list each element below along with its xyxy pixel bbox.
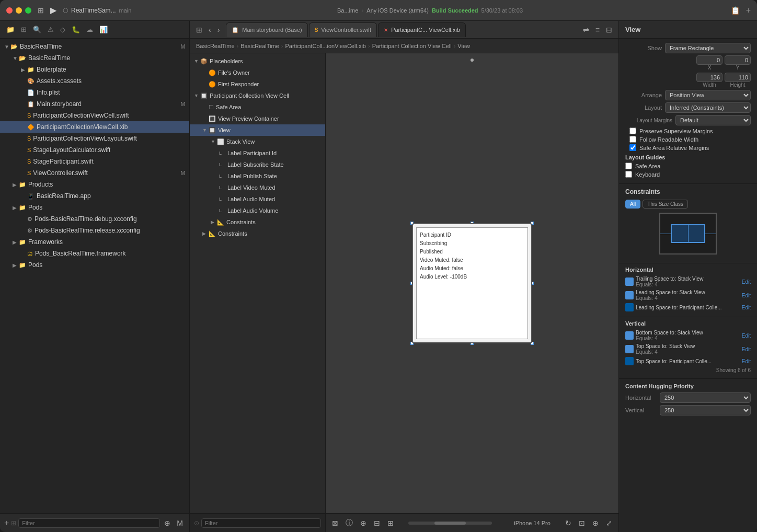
code-review-btn[interactable]: ⇌ (581, 25, 591, 35)
tab-layout-btn[interactable]: ⊞ (194, 25, 204, 35)
sidebar-add-button[interactable]: + (4, 518, 9, 528)
tab-viewcontroller[interactable]: S ViewController.swift (309, 22, 377, 37)
tp-safe-area[interactable]: ☐ Safe Area (190, 101, 325, 113)
breadcrumb-cell[interactable]: Participant Collection View Cell (372, 43, 452, 49)
run-button[interactable]: ▶ (50, 5, 56, 15)
sidebar-item-stagelayoutcalculator[interactable]: S StageLayoutCalculator.swift (0, 144, 189, 156)
tp-label-video-muted[interactable]: L Label Video Muted (190, 182, 325, 193)
h-constraint-2-edit[interactable]: Edit (742, 293, 751, 298)
tab-participantcvc[interactable]: ✕ ParticipantC... ViewCell.xib (378, 22, 466, 37)
tp-files-owner[interactable]: 🟠 File's Owner (190, 67, 325, 78)
canvas-info-btn[interactable]: ⓘ (343, 517, 355, 529)
sidebar-item-basicrealtime-app[interactable]: 📱 BasicRealTime.app (0, 190, 189, 202)
sidebar-source-btn[interactable]: ⊞ (19, 25, 29, 34)
safe-area-relative-margins-checkbox[interactable] (629, 144, 636, 151)
list-view-btn[interactable]: ≡ (593, 25, 602, 35)
sidebar-item-pods-group[interactable]: ▶ 📁 Pods (0, 202, 189, 213)
sidebar-item-mainstoryboard[interactable]: 📋 Main.storyboard M (0, 98, 189, 110)
safe-area-guide-checkbox[interactable] (625, 163, 632, 169)
layout-select[interactable]: Inferred (Constraints) (665, 102, 751, 113)
v-constraint-1-edit[interactable]: Edit (742, 333, 751, 339)
keyboard-guide-checkbox[interactable] (625, 171, 632, 178)
width-input[interactable] (696, 73, 722, 82)
constraints-tab-all[interactable]: All (625, 200, 640, 209)
canvas-layout-btn[interactable]: ⊞ (385, 518, 396, 528)
sidebar-debug-btn[interactable]: 🐛 (70, 25, 82, 34)
editor-options-btn[interactable]: ⊟ (604, 25, 614, 35)
scheme-name[interactable]: RealTimeSam... (71, 7, 116, 14)
tp-label-audio-muted[interactable]: L Label Audio Muted (190, 193, 325, 205)
sidebar-folder-btn[interactable]: 📁 (4, 25, 17, 34)
canvas-rotate-btn[interactable]: ↻ (563, 518, 574, 528)
sidebar-filter-input[interactable] (18, 518, 160, 528)
tree-filter-input[interactable] (201, 518, 321, 528)
device-tab[interactable]: Ba...ime (337, 7, 358, 14)
canvas-content[interactable]: Participant ID Subscribing Published Vid… (326, 53, 618, 513)
tp-placeholders[interactable]: ▼ 📦 Placeholders (190, 55, 325, 67)
tp-stack-view[interactable]: ▼ ⬜ Stack View (190, 136, 325, 147)
tab-forward-btn[interactable]: › (215, 25, 222, 35)
sidebar-breakpoint-btn[interactable]: ☁ (84, 25, 95, 34)
breadcrumb-basicrealtime2[interactable]: BasicRealTime (240, 43, 279, 49)
sidebar-filter-options[interactable]: ⊕ (162, 518, 173, 528)
inspector-toggle[interactable]: 📋 (729, 5, 742, 16)
horizontal-priority-select[interactable]: 250 (660, 392, 751, 403)
sidebar-item-products[interactable]: ▶ 📁 Products (0, 179, 189, 190)
vertical-priority-select[interactable]: 250 (660, 405, 751, 415)
v-constraint-2-edit[interactable]: Edit (742, 346, 751, 352)
sidebar-toggle-button[interactable]: ⊞ (36, 5, 46, 16)
sidebar-item-pods[interactable]: ▶ 📁 Pods (0, 259, 189, 271)
device-selector[interactable]: Any iOS Device (arm64) (366, 7, 429, 14)
sidebar-item-infoplist[interactable]: 📄 Info.plist (0, 87, 189, 98)
layout-margins-select[interactable]: Default (675, 115, 751, 125)
sidebar-item-viewcontroller-swift[interactable]: S ViewController.swift M (0, 167, 189, 179)
sidebar-item-pods-release[interactable]: ⚙ Pods-BasicRealTime.release.xcconfig (0, 225, 189, 236)
preserve-superview-margins-checkbox[interactable] (629, 128, 636, 134)
tp-view[interactable]: ▼ 🔲 View (190, 124, 325, 136)
sidebar-search-btn[interactable]: 🔍 (31, 25, 43, 34)
canvas-zoom-btn[interactable]: ⊕ (590, 518, 601, 528)
breadcrumb-xib[interactable]: ParticipantColl...ionViewCell.xib (285, 43, 365, 49)
minimize-button[interactable] (16, 7, 22, 14)
tab-participantcvc-close[interactable]: ✕ (384, 27, 388, 33)
sidebar-item-basicrealtime-root[interactable]: ▼ 📂 BasicRealTime M (0, 41, 189, 52)
show-select[interactable]: Frame Rectangle (665, 43, 751, 53)
tp-constraints-inner[interactable]: ▶ 📐 Constraints (190, 216, 325, 228)
y-input[interactable] (725, 55, 751, 65)
tab-mainstoryboard[interactable]: 📋 Main storyboard (Base) (226, 22, 307, 37)
sidebar-report-btn[interactable]: 📊 (97, 25, 110, 34)
sidebar-item-assets[interactable]: 🎨 Assets.xcassets (0, 75, 189, 87)
canvas-orient-btn[interactable]: ⊡ (577, 518, 587, 528)
height-input[interactable] (725, 73, 751, 82)
sidebar-item-participantcvc-swift[interactable]: S ParticipantCollectionViewCell.swift (0, 110, 189, 121)
zoom-fit-btn[interactable]: ⊠ (330, 518, 340, 528)
sidebar-item-basicrealtime[interactable]: ▼ 📂 BasicRealTime (0, 52, 189, 64)
sidebar-warning-btn[interactable]: ⚠ (45, 25, 56, 34)
sidebar-item-frameworks[interactable]: ▶ 📁 Frameworks (0, 236, 189, 248)
scrollbar-canvas[interactable] (408, 522, 492, 525)
sidebar-item-pods-debug[interactable]: ⚙ Pods-BasicRealTime.debug.xcconfig (0, 213, 189, 225)
follow-readable-width-checkbox[interactable] (629, 136, 636, 143)
sidebar-item-participantcvl-swift[interactable]: S ParticipantCollectionViewLayout.swift (0, 133, 189, 144)
sidebar-item-pods-framework[interactable]: 🗂 Pods_BasicRealTime.framework (0, 248, 189, 259)
canvas-add-btn[interactable]: ⊕ (358, 518, 369, 528)
sidebar-item-stageparticipant[interactable]: S StageParticipant.swift (0, 156, 189, 167)
tp-first-responder[interactable]: 🟠 First Responder (190, 78, 325, 90)
close-button[interactable] (6, 7, 13, 14)
canvas-split-btn[interactable]: ⊟ (372, 518, 382, 528)
tp-label-publish-state[interactable]: L Label Publish State (190, 170, 325, 182)
tp-constraints-outer[interactable]: ▶ 📐 Constraints (190, 228, 325, 239)
tp-participant-cell[interactable]: ▼ 🔲 Participant Collection View Cell (190, 90, 325, 101)
add-tab-button[interactable]: + (746, 6, 751, 15)
tp-label-participant-id[interactable]: L Label Participant Id (190, 147, 325, 159)
tab-back-btn[interactable]: ‹ (207, 25, 213, 35)
sidebar-recent-files[interactable]: M (175, 518, 185, 528)
x-input[interactable] (696, 55, 722, 65)
sidebar-item-participantcvc-xib[interactable]: 🔶 ParticipantCollectionViewCell.xib (0, 121, 189, 133)
tp-label-audio-volume[interactable]: L Label Audio Volume (190, 205, 325, 216)
breadcrumb-basicrealtime[interactable]: BasicRealTime (196, 43, 235, 49)
constraints-tab-size-class[interactable]: This Size Class (643, 200, 688, 209)
h-constraint-3-edit[interactable]: Edit (742, 305, 751, 310)
arrange-select[interactable]: Position View (665, 90, 751, 100)
tp-view-preview-container[interactable]: 🔳 View Preview Container (190, 113, 325, 124)
